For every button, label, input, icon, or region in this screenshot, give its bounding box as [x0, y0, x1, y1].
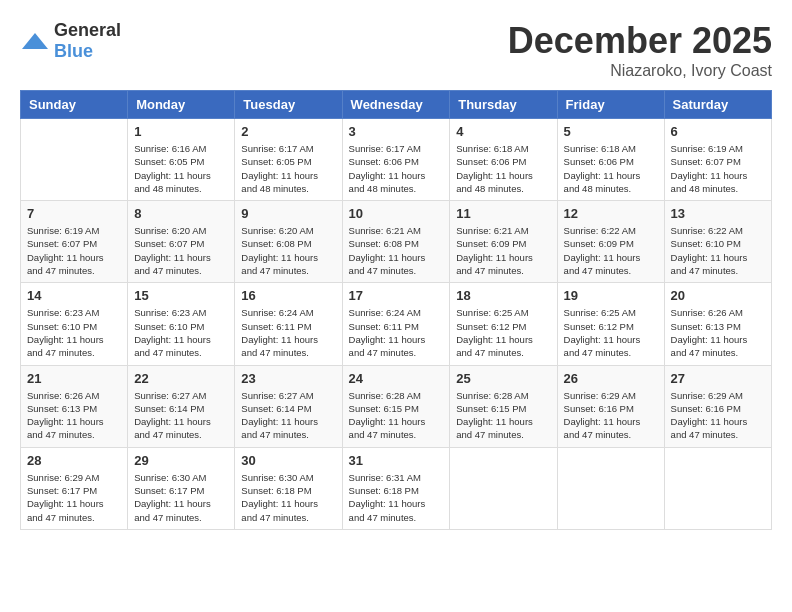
day-info: Sunrise: 6:25 AMSunset: 6:12 PMDaylight:… [456, 306, 550, 359]
day-number: 16 [241, 288, 335, 303]
day-info: Sunrise: 6:17 AMSunset: 6:05 PMDaylight:… [241, 142, 335, 195]
day-number: 4 [456, 124, 550, 139]
svg-marker-0 [22, 33, 48, 49]
calendar-cell: 15Sunrise: 6:23 AMSunset: 6:10 PMDayligh… [128, 283, 235, 365]
calendar-cell: 23Sunrise: 6:27 AMSunset: 6:14 PMDayligh… [235, 365, 342, 447]
day-info: Sunrise: 6:27 AMSunset: 6:14 PMDaylight:… [241, 389, 335, 442]
month-title: December 2025 [508, 20, 772, 62]
day-number: 30 [241, 453, 335, 468]
calendar-cell: 3Sunrise: 6:17 AMSunset: 6:06 PMDaylight… [342, 119, 450, 201]
calendar-header-wednesday: Wednesday [342, 91, 450, 119]
day-info: Sunrise: 6:27 AMSunset: 6:14 PMDaylight:… [134, 389, 228, 442]
day-info: Sunrise: 6:21 AMSunset: 6:09 PMDaylight:… [456, 224, 550, 277]
day-info: Sunrise: 6:22 AMSunset: 6:09 PMDaylight:… [564, 224, 658, 277]
title-area: December 2025 Niazaroko, Ivory Coast [508, 20, 772, 80]
calendar-cell: 13Sunrise: 6:22 AMSunset: 6:10 PMDayligh… [664, 201, 771, 283]
day-info: Sunrise: 6:18 AMSunset: 6:06 PMDaylight:… [456, 142, 550, 195]
calendar-week-row: 28Sunrise: 6:29 AMSunset: 6:17 PMDayligh… [21, 447, 772, 529]
calendar-cell: 30Sunrise: 6:30 AMSunset: 6:18 PMDayligh… [235, 447, 342, 529]
calendar-cell: 11Sunrise: 6:21 AMSunset: 6:09 PMDayligh… [450, 201, 557, 283]
day-number: 6 [671, 124, 765, 139]
logo: General Blue [20, 20, 121, 62]
day-info: Sunrise: 6:20 AMSunset: 6:07 PMDaylight:… [134, 224, 228, 277]
day-info: Sunrise: 6:17 AMSunset: 6:06 PMDaylight:… [349, 142, 444, 195]
day-info: Sunrise: 6:30 AMSunset: 6:17 PMDaylight:… [134, 471, 228, 524]
calendar-cell: 21Sunrise: 6:26 AMSunset: 6:13 PMDayligh… [21, 365, 128, 447]
calendar-header-saturday: Saturday [664, 91, 771, 119]
day-number: 14 [27, 288, 121, 303]
day-info: Sunrise: 6:31 AMSunset: 6:18 PMDaylight:… [349, 471, 444, 524]
calendar-cell: 20Sunrise: 6:26 AMSunset: 6:13 PMDayligh… [664, 283, 771, 365]
day-info: Sunrise: 6:23 AMSunset: 6:10 PMDaylight:… [134, 306, 228, 359]
day-number: 24 [349, 371, 444, 386]
day-number: 29 [134, 453, 228, 468]
calendar-cell: 26Sunrise: 6:29 AMSunset: 6:16 PMDayligh… [557, 365, 664, 447]
logo-text-general: General [54, 20, 121, 40]
day-number: 13 [671, 206, 765, 221]
day-info: Sunrise: 6:20 AMSunset: 6:08 PMDaylight:… [241, 224, 335, 277]
page-header: General Blue December 2025 Niazaroko, Iv… [20, 20, 772, 80]
day-info: Sunrise: 6:28 AMSunset: 6:15 PMDaylight:… [349, 389, 444, 442]
location-title: Niazaroko, Ivory Coast [508, 62, 772, 80]
day-number: 1 [134, 124, 228, 139]
day-number: 31 [349, 453, 444, 468]
day-info: Sunrise: 6:18 AMSunset: 6:06 PMDaylight:… [564, 142, 658, 195]
calendar-header-thursday: Thursday [450, 91, 557, 119]
day-info: Sunrise: 6:19 AMSunset: 6:07 PMDaylight:… [671, 142, 765, 195]
day-number: 9 [241, 206, 335, 221]
calendar-table: SundayMondayTuesdayWednesdayThursdayFrid… [20, 90, 772, 530]
calendar-cell: 9Sunrise: 6:20 AMSunset: 6:08 PMDaylight… [235, 201, 342, 283]
day-info: Sunrise: 6:29 AMSunset: 6:16 PMDaylight:… [671, 389, 765, 442]
calendar-cell: 16Sunrise: 6:24 AMSunset: 6:11 PMDayligh… [235, 283, 342, 365]
day-info: Sunrise: 6:23 AMSunset: 6:10 PMDaylight:… [27, 306, 121, 359]
calendar-cell [450, 447, 557, 529]
day-number: 19 [564, 288, 658, 303]
day-info: Sunrise: 6:30 AMSunset: 6:18 PMDaylight:… [241, 471, 335, 524]
calendar-cell: 10Sunrise: 6:21 AMSunset: 6:08 PMDayligh… [342, 201, 450, 283]
day-number: 8 [134, 206, 228, 221]
day-info: Sunrise: 6:21 AMSunset: 6:08 PMDaylight:… [349, 224, 444, 277]
calendar-cell: 22Sunrise: 6:27 AMSunset: 6:14 PMDayligh… [128, 365, 235, 447]
day-number: 17 [349, 288, 444, 303]
calendar-week-row: 21Sunrise: 6:26 AMSunset: 6:13 PMDayligh… [21, 365, 772, 447]
logo-text-blue: Blue [54, 41, 93, 61]
calendar-cell: 27Sunrise: 6:29 AMSunset: 6:16 PMDayligh… [664, 365, 771, 447]
day-number: 5 [564, 124, 658, 139]
calendar-cell: 7Sunrise: 6:19 AMSunset: 6:07 PMDaylight… [21, 201, 128, 283]
day-info: Sunrise: 6:24 AMSunset: 6:11 PMDaylight:… [349, 306, 444, 359]
calendar-cell: 8Sunrise: 6:20 AMSunset: 6:07 PMDaylight… [128, 201, 235, 283]
calendar-header-monday: Monday [128, 91, 235, 119]
day-info: Sunrise: 6:29 AMSunset: 6:17 PMDaylight:… [27, 471, 121, 524]
day-info: Sunrise: 6:26 AMSunset: 6:13 PMDaylight:… [671, 306, 765, 359]
calendar-header-friday: Friday [557, 91, 664, 119]
calendar-cell: 18Sunrise: 6:25 AMSunset: 6:12 PMDayligh… [450, 283, 557, 365]
day-number: 10 [349, 206, 444, 221]
calendar-cell: 29Sunrise: 6:30 AMSunset: 6:17 PMDayligh… [128, 447, 235, 529]
day-number: 21 [27, 371, 121, 386]
day-info: Sunrise: 6:19 AMSunset: 6:07 PMDaylight:… [27, 224, 121, 277]
day-info: Sunrise: 6:29 AMSunset: 6:16 PMDaylight:… [564, 389, 658, 442]
calendar-cell: 25Sunrise: 6:28 AMSunset: 6:15 PMDayligh… [450, 365, 557, 447]
day-number: 7 [27, 206, 121, 221]
calendar-cell: 31Sunrise: 6:31 AMSunset: 6:18 PMDayligh… [342, 447, 450, 529]
logo-icon [20, 31, 50, 51]
day-info: Sunrise: 6:25 AMSunset: 6:12 PMDaylight:… [564, 306, 658, 359]
calendar-cell: 5Sunrise: 6:18 AMSunset: 6:06 PMDaylight… [557, 119, 664, 201]
calendar-week-row: 1Sunrise: 6:16 AMSunset: 6:05 PMDaylight… [21, 119, 772, 201]
calendar-week-row: 7Sunrise: 6:19 AMSunset: 6:07 PMDaylight… [21, 201, 772, 283]
day-info: Sunrise: 6:16 AMSunset: 6:05 PMDaylight:… [134, 142, 228, 195]
day-number: 26 [564, 371, 658, 386]
day-number: 11 [456, 206, 550, 221]
day-info: Sunrise: 6:24 AMSunset: 6:11 PMDaylight:… [241, 306, 335, 359]
day-info: Sunrise: 6:22 AMSunset: 6:10 PMDaylight:… [671, 224, 765, 277]
calendar-cell: 28Sunrise: 6:29 AMSunset: 6:17 PMDayligh… [21, 447, 128, 529]
calendar-cell: 24Sunrise: 6:28 AMSunset: 6:15 PMDayligh… [342, 365, 450, 447]
day-info: Sunrise: 6:28 AMSunset: 6:15 PMDaylight:… [456, 389, 550, 442]
calendar-cell [557, 447, 664, 529]
day-number: 2 [241, 124, 335, 139]
day-number: 12 [564, 206, 658, 221]
calendar-cell: 4Sunrise: 6:18 AMSunset: 6:06 PMDaylight… [450, 119, 557, 201]
calendar-cell: 19Sunrise: 6:25 AMSunset: 6:12 PMDayligh… [557, 283, 664, 365]
day-number: 18 [456, 288, 550, 303]
calendar-cell: 1Sunrise: 6:16 AMSunset: 6:05 PMDaylight… [128, 119, 235, 201]
